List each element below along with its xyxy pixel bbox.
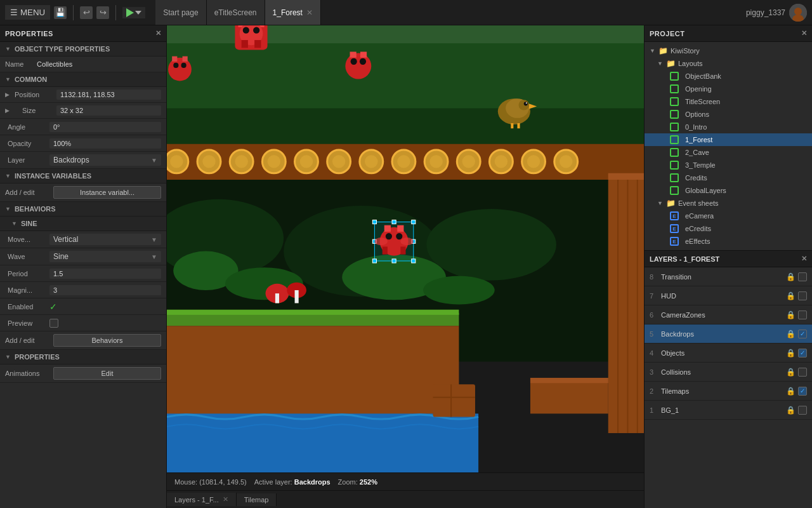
redo-icon[interactable]: ↪ [96,6,109,19]
section-properties-bottom[interactable]: PROPERTIES [0,350,166,364]
tree-ecamera[interactable]: E eCamera [645,210,812,222]
layer-objects[interactable]: 4 Objects 🔒 [645,344,812,363]
layout-options-label: Options [685,110,709,118]
undo-icon[interactable]: ↩ [80,6,93,19]
tab-start-page[interactable]: Start page [155,0,206,25]
tree-globallayers[interactable]: GlobalLayers [645,184,812,197]
layout-icon [670,97,679,106]
position-expand-icon[interactable]: ▶ [5,91,10,98]
svg-point-90 [396,233,402,239]
bottom-tab-layers[interactable]: Layers - 1_F... ✕ [167,493,237,506]
tree-options[interactable]: Options [645,108,812,121]
enabled-checkmark[interactable]: ✓ [49,302,57,312]
right-panel: PROJECT ✕ ▼ 📁 KiwiStory ▼ 📁 Layouts Obje… [644,25,812,508]
layer-name-camerazones: CameraZones [661,311,786,319]
section-object-type[interactable]: OBJECT TYPE PROPERTIES [0,42,166,57]
layer-vis-3[interactable] [798,368,807,377]
save-icon[interactable]: 💾 [54,6,67,19]
move-row: Move... Vertical ▼ [0,231,166,248]
bottom-tab-close-icon[interactable]: ✕ [223,495,228,504]
layer-vis-8[interactable] [798,272,807,281]
layer-select[interactable]: Backdrops ▼ [49,154,161,166]
layer-bg1[interactable]: 1 BG_1 🔒 [645,401,812,420]
svg-point-19 [345,53,371,79]
tree-0intro[interactable]: 0_Intro [645,121,812,133]
period-value[interactable]: 1.5 [49,269,161,279]
tree-3temple[interactable]: 3_Temple [645,159,812,171]
user-avatar[interactable] [789,4,807,22]
wave-select[interactable]: Sine ▼ [49,251,161,262]
layer-hud[interactable]: 7 HUD 🔒 [645,286,812,305]
tab-1forest[interactable]: 1_Forest ✕ [265,0,321,25]
tree-root[interactable]: ▼ 📁 KiwiStory [645,44,812,57]
name-row: Name Collectibles [0,57,166,72]
root-label: KiwiStory [671,47,700,55]
tree-1forest[interactable]: 1_Forest [645,133,812,146]
layout-1forest-label: 1_Forest [685,136,712,144]
username-label: piggy_1337 [746,8,785,17]
svg-point-44 [332,155,345,168]
behaviors-add-btn[interactable]: Behaviors [53,334,161,347]
section-common[interactable]: COMMON [0,72,166,87]
tree-2cave[interactable]: 2_Cave [645,146,812,159]
layer-name-bg1: BG_1 [661,406,786,414]
layer-num-2: 2 [650,387,661,395]
project-title: PROJECT [650,30,684,37]
name-label: Name [5,60,37,68]
play-button[interactable] [122,7,145,18]
size-expand-icon[interactable]: ▶ [5,107,10,114]
canvas-viewport[interactable] [167,25,644,472]
layer-vis-6[interactable] [798,311,807,319]
tree-objectbank[interactable]: ObjectBank [645,70,812,83]
layer-vis-7[interactable] [798,291,807,300]
layer-camerazones[interactable]: 6 CameraZones 🔒 [645,305,812,324]
layer-vis-2[interactable] [798,387,807,396]
tree-event-sheets-folder[interactable]: ▼ 📁 Event sheets [645,197,812,210]
layer-transition[interactable]: 8 Transition 🔒 [645,267,812,286]
layer-vis-4[interactable] [798,349,807,358]
close-tab-icon[interactable]: ✕ [306,8,313,17]
tree-layouts-folder[interactable]: ▼ 📁 Layouts [645,57,812,70]
project-close-icon[interactable]: ✕ [801,29,808,37]
tree-eeffects[interactable]: E eEffects [645,235,812,248]
position-label: Position [12,91,56,98]
section-behaviors[interactable]: BEHAVIORS [0,202,166,217]
layer-vis-5[interactable] [798,330,807,338]
section-label-properties-bottom: PROPERTIES [15,353,60,361]
tree-credits[interactable]: Credits [645,171,812,184]
instance-add-btn[interactable]: Instance variabl... [53,186,161,199]
svg-point-95 [374,237,387,245]
layer-row: Layer Backdrops ▼ [0,152,166,169]
tab-bar: Start page eTitleScreen 1_Forest ✕ [155,0,321,25]
magni-value[interactable]: 3 [49,285,161,295]
properties-close-icon[interactable]: ✕ [155,29,162,37]
tree-ecredits[interactable]: E eCredits [645,222,812,235]
tab-etitlescreen[interactable]: eTitleScreen [207,0,265,25]
section-sine[interactable]: SINE [0,217,166,231]
svg-rect-78 [167,310,459,315]
preview-checkbox[interactable] [49,319,58,328]
menu-button[interactable]: ☰ MENU [5,5,50,20]
layer-collisions[interactable]: 3 Collisions 🔒 [645,363,812,382]
layers-close-icon[interactable]: ✕ [801,255,807,263]
section-instance-vars[interactable]: INSTANCE VARIABLES [0,169,166,184]
layouts-arrow: ▼ [657,60,664,67]
menu-icon: ☰ [10,8,18,17]
layout-icon [670,84,679,93]
layer-backdrops[interactable]: 5 Backdrops 🔒 [645,324,812,344]
svg-rect-101 [530,378,608,413]
section-arrow-properties-bottom [5,354,11,360]
svg-rect-22 [350,51,357,57]
animations-edit-btn[interactable]: Edit [53,367,161,380]
layer-vis-1[interactable] [798,406,807,415]
layer-prop-label: Layer [5,156,49,164]
bottom-tab-tilemap[interactable]: Tilemap [237,493,277,506]
svg-point-14 [168,58,192,81]
tree-opening[interactable]: Opening [645,83,812,95]
layout-icon [670,148,679,157]
tree-titlescreen[interactable]: TitleScreen [645,95,812,108]
lock-icon-7: 🔒 [786,291,796,300]
move-select[interactable]: Vertical ▼ [49,234,161,245]
layer-tilemaps[interactable]: 2 Tilemaps 🔒 [645,382,812,401]
section-label-object-type: OBJECT TYPE PROPERTIES [15,45,110,53]
